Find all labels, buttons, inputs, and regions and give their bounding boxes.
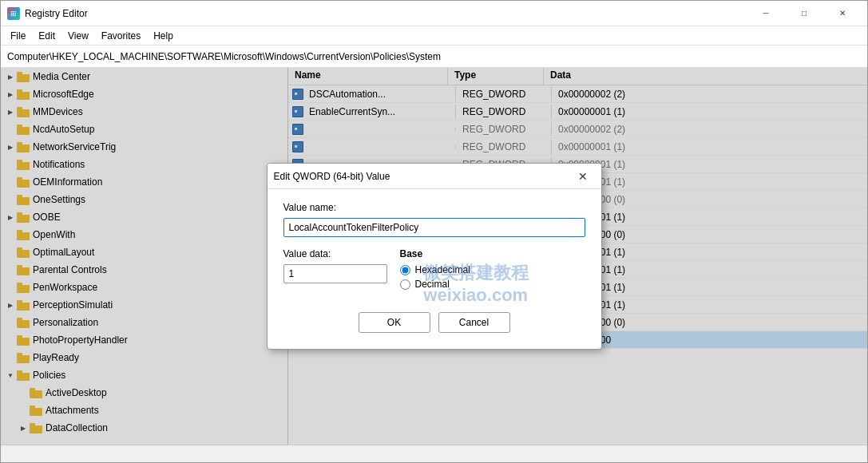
registry-editor-window: ⊞ Registry Editor ─ □ ✕ File Edit View F… bbox=[0, 0, 868, 463]
address-bar[interactable]: Computer\HKEY_LOCAL_MACHINE\SOFTWARE\Mic… bbox=[1, 46, 867, 68]
value-data-section: Value data: bbox=[283, 248, 387, 293]
address-text: Computer\HKEY_LOCAL_MACHINE\SOFTWARE\Mic… bbox=[7, 51, 441, 62]
maximize-button[interactable]: □ bbox=[786, 1, 822, 26]
dialog-value-row: Value data: Base Hexadecimal Deci bbox=[283, 248, 585, 293]
menu-favorites[interactable]: Favorites bbox=[95, 29, 147, 43]
menu-file[interactable]: File bbox=[4, 29, 32, 43]
hexadecimal-radio[interactable] bbox=[400, 265, 410, 275]
radio-decimal-row[interactable]: Decimal bbox=[400, 279, 585, 290]
dialog-title: Edit QWORD (64-bit) Value bbox=[274, 171, 571, 182]
app-icon: ⊞ bbox=[7, 7, 20, 20]
edit-qword-dialog: Edit QWORD (64-bit) Value ✕ Value name: … bbox=[267, 163, 602, 350]
modal-overlay: Edit QWORD (64-bit) Value ✕ Value name: … bbox=[1, 68, 867, 445]
value-name-label: Value name: bbox=[283, 202, 585, 213]
radio-hexadecimal-row[interactable]: Hexadecimal bbox=[400, 264, 585, 275]
title-bar: ⊞ Registry Editor ─ □ ✕ bbox=[1, 1, 867, 26]
base-label: Base bbox=[400, 248, 585, 259]
decimal-radio[interactable] bbox=[400, 279, 410, 290]
dialog-title-bar: Edit QWORD (64-bit) Value ✕ bbox=[268, 164, 601, 189]
decimal-label: Decimal bbox=[415, 279, 450, 290]
dialog-close-button[interactable]: ✕ bbox=[571, 167, 595, 186]
value-data-label: Value data: bbox=[283, 248, 387, 259]
value-data-input[interactable] bbox=[283, 264, 387, 283]
status-bar bbox=[1, 445, 867, 462]
menu-view[interactable]: View bbox=[61, 29, 95, 43]
hexadecimal-label: Hexadecimal bbox=[415, 264, 470, 275]
dialog-buttons: OK Cancel bbox=[283, 304, 585, 336]
window-title: Registry Editor bbox=[25, 8, 747, 19]
ok-button[interactable]: OK bbox=[359, 312, 430, 333]
window-controls: ─ □ ✕ bbox=[747, 1, 861, 26]
value-name-input[interactable] bbox=[283, 218, 585, 237]
minimize-button[interactable]: ─ bbox=[747, 1, 784, 26]
dialog-body: Value name: Value data: Base Hexadecimal bbox=[268, 189, 601, 349]
close-button[interactable]: ✕ bbox=[824, 1, 861, 26]
menu-edit[interactable]: Edit bbox=[32, 29, 61, 43]
menu-bar: File Edit View Favorites Help bbox=[1, 26, 867, 46]
base-group: Base Hexadecimal Decimal bbox=[400, 248, 585, 293]
main-content: ▶ Media Center ▶ MicrosoftEdge ▶ MMDevic… bbox=[1, 68, 867, 445]
menu-help[interactable]: Help bbox=[147, 29, 180, 43]
cancel-button[interactable]: Cancel bbox=[438, 312, 510, 333]
